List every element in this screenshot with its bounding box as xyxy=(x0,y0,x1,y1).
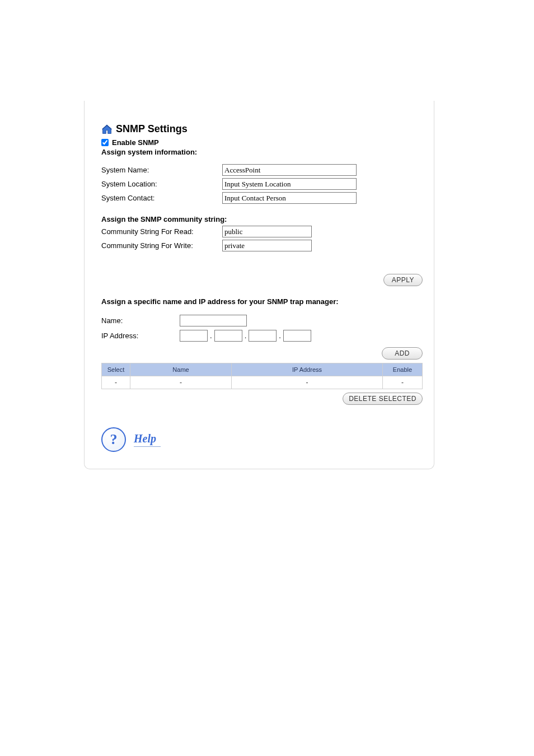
settings-panel: SNMP Settings Enable SNMP Assign system … xyxy=(84,101,434,469)
home-icon xyxy=(101,124,113,135)
trap-name-input[interactable] xyxy=(180,315,247,326)
title-row: SNMP Settings xyxy=(101,123,423,135)
cell-ip: - xyxy=(232,376,382,389)
trap-ip-octet-1[interactable] xyxy=(180,330,208,342)
sysinfo-heading: Assign system information: xyxy=(101,148,423,156)
page-title: SNMP Settings xyxy=(116,123,188,135)
cell-enable: - xyxy=(383,376,422,389)
delete-selected-button[interactable]: DELETE SELECTED xyxy=(343,393,423,405)
cell-select: - xyxy=(102,376,130,389)
community-read-label: Community String For Read: xyxy=(101,227,222,236)
community-read-input[interactable] xyxy=(222,226,312,237)
help-label: Help xyxy=(134,432,161,447)
help-row[interactable]: ? Help xyxy=(101,427,423,452)
cell-name: - xyxy=(130,376,231,389)
trap-ip-label: IP Address: xyxy=(101,332,180,340)
trap-heading: Assign a specific name and IP address fo… xyxy=(101,297,423,306)
community-write-label: Community String For Write: xyxy=(101,241,222,250)
ip-dot: . xyxy=(210,332,212,340)
th-name: Name xyxy=(130,363,231,376)
system-contact-input[interactable] xyxy=(222,192,357,204)
apply-button[interactable]: APPLY xyxy=(383,274,423,286)
system-location-input[interactable] xyxy=(222,178,357,190)
trap-ip-octet-4[interactable] xyxy=(283,330,311,342)
trap-name-label: Name: xyxy=(101,316,180,325)
enable-snmp-checkbox[interactable] xyxy=(101,139,109,146)
system-name-input[interactable] xyxy=(222,164,357,176)
add-row: ADD xyxy=(101,347,423,360)
trap-table: Select Name IP Address Enable - - - - xyxy=(101,363,423,389)
system-location-label: System Location: xyxy=(101,180,222,188)
community-heading: Assign the SNMP community string: xyxy=(101,215,423,223)
enable-snmp-row: Enable SNMP xyxy=(101,138,423,147)
th-enable: Enable xyxy=(383,363,422,376)
trap-form: Name: IP Address: . . . xyxy=(101,315,423,342)
sysinfo-grid: System Name: System Location: System Con… xyxy=(101,164,423,204)
community-write-input[interactable] xyxy=(222,240,312,251)
th-select: Select xyxy=(102,363,130,376)
ip-dot: . xyxy=(245,332,247,340)
help-icon: ? xyxy=(101,427,126,452)
system-contact-label: System Contact: xyxy=(101,194,222,202)
ip-dot: . xyxy=(279,332,281,340)
trap-ip-group: . . . xyxy=(180,330,423,342)
trap-ip-octet-3[interactable] xyxy=(249,330,277,342)
community-grid: Community String For Read: Community Str… xyxy=(101,226,423,251)
delete-row: DELETE SELECTED xyxy=(101,393,423,405)
apply-row: APPLY xyxy=(101,274,423,286)
add-button[interactable]: ADD xyxy=(382,347,423,360)
trap-ip-octet-2[interactable] xyxy=(214,330,242,342)
system-name-label: System Name: xyxy=(101,166,222,174)
enable-snmp-label: Enable SNMP xyxy=(112,138,159,147)
th-ip: IP Address xyxy=(232,363,382,376)
table-row: - - - - xyxy=(102,376,422,389)
